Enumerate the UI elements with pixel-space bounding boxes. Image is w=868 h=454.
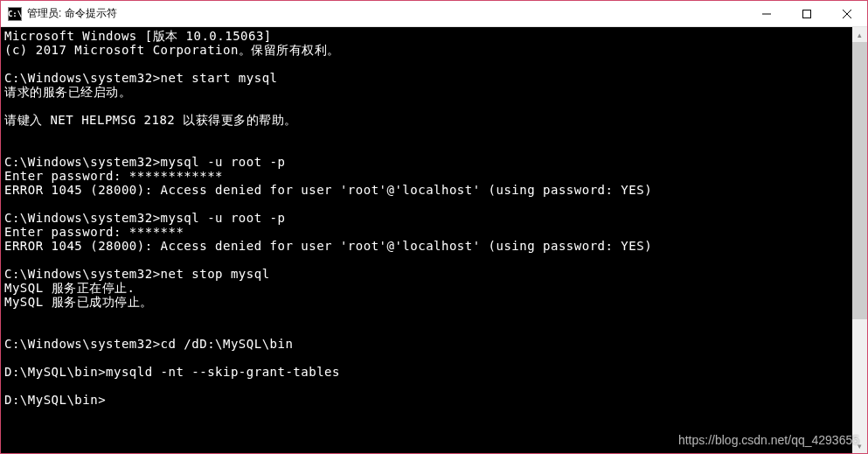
window-title: 管理员: 命令提示符: [27, 6, 746, 21]
vertical-scrollbar[interactable]: ▴ ▾: [852, 27, 867, 453]
scroll-thumb[interactable]: [852, 42, 867, 319]
close-button[interactable]: [827, 1, 867, 26]
command-prompt-window: C:\ 管理员: 命令提示符 Microsoft Windows [版本 10.…: [0, 0, 868, 454]
minimize-button[interactable]: [746, 1, 787, 26]
svg-rect-1: [803, 10, 811, 17]
titlebar[interactable]: C:\ 管理员: 命令提示符: [1, 1, 867, 27]
window-controls: [746, 1, 867, 26]
scroll-down-arrow[interactable]: ▾: [852, 438, 867, 453]
app-icon: C:\: [8, 7, 22, 21]
terminal-area: Microsoft Windows [版本 10.0.15063] (c) 20…: [1, 27, 867, 453]
maximize-button[interactable]: [787, 1, 827, 26]
scroll-up-arrow[interactable]: ▴: [852, 27, 867, 42]
scroll-track[interactable]: [852, 42, 867, 438]
terminal-output[interactable]: Microsoft Windows [版本 10.0.15063] (c) 20…: [1, 27, 852, 453]
